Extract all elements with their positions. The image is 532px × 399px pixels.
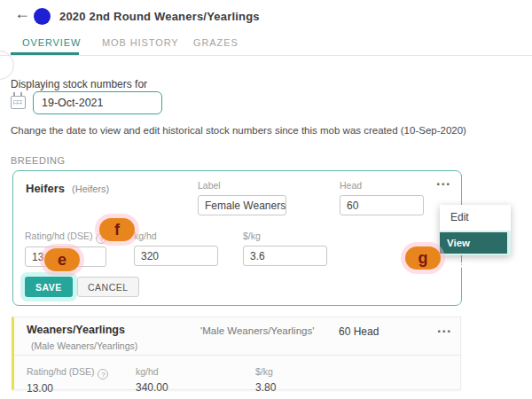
stock-date-input[interactable] <box>33 91 162 114</box>
mob-detail-page: ← 2020 2nd Round Weaners/Yearlings OVERV… <box>0 0 532 399</box>
tab-mob-history[interactable]: MOB HISTORY <box>102 37 179 48</box>
weaners-kghd-label: kg/hd <box>136 366 159 377</box>
date-section-label: Displaying stock numbers for <box>11 78 147 90</box>
annotation-marker-e: e <box>44 248 80 271</box>
tab-overview[interactable]: OVERVIEW <box>22 37 81 48</box>
label-field-input[interactable] <box>198 195 286 215</box>
weaners-label-value: 'Male Weaners/Yearlings' <box>200 325 314 336</box>
date-help-text: Change the date to view and edit histori… <box>11 125 507 136</box>
head-field-input[interactable] <box>340 195 424 215</box>
menu-item-edit[interactable]: Edit <box>440 205 511 231</box>
weaners-price-value: 3.80 <box>255 381 276 394</box>
weaners-rating-help-icon[interactable]: ? <box>98 369 108 379</box>
kghd-field-label: kg/hd <box>134 231 157 241</box>
label-field-label: Label <box>198 180 221 191</box>
annotation-marker-g: g <box>405 246 441 270</box>
price-field-input[interactable] <box>243 246 327 266</box>
weaners-kghd-value: 340.00 <box>136 381 168 394</box>
menu-item-selected-wrap: View History <box>440 231 511 255</box>
page-title: 2020 2nd Round Weaners/Yearlings <box>59 10 260 23</box>
weaners-card-divider <box>14 355 460 356</box>
menu-item-view-history[interactable]: View History <box>440 232 507 254</box>
weaners-rating-value: 13.00 <box>27 382 108 395</box>
weaners-rating-label: Rating/hd (DSE) <box>27 366 94 377</box>
weaners-card-name: Weaners/Yearlings <box>27 324 125 336</box>
heifers-card-subname: (Heifers) <box>72 184 109 194</box>
head-field-label: Head <box>340 180 362 191</box>
weaners-price-label: $/kg <box>255 366 273 377</box>
tab-grazes[interactable]: GRAZES <box>193 37 239 48</box>
rating-field-label: Rating/hd (DSE) <box>25 231 92 241</box>
save-button[interactable]: SAVE <box>25 277 73 297</box>
mob-color-dot <box>34 8 51 25</box>
overflow-context-menu: Edit View History <box>440 205 511 255</box>
tabs-divider <box>0 55 532 56</box>
weaners-overflow-menu-icon[interactable]: ... <box>437 320 451 336</box>
weaners-head-value: 60 Head <box>339 325 379 338</box>
weaners-card-subname: (Male Weaners/Yearlings) <box>31 340 137 351</box>
heifers-card-name: Heifers <box>26 182 65 195</box>
annotation-marker-f: f <box>99 218 135 241</box>
kghd-field-input[interactable] <box>134 246 218 266</box>
heifers-overflow-menu-icon[interactable]: ... <box>436 173 450 189</box>
section-title-breeding: BREEDING <box>11 155 65 166</box>
heifers-card: Heifers (Heifers) Label Head ... Rating/… <box>12 170 462 306</box>
cancel-button[interactable]: CANCEL <box>77 277 139 297</box>
weaners-card: Weaners/Yearlings (Male Weaners/Yearling… <box>12 317 461 390</box>
price-field-label: $/kg <box>243 231 261 241</box>
back-icon[interactable]: ← <box>14 4 30 23</box>
calendar-icon[interactable] <box>11 96 26 109</box>
